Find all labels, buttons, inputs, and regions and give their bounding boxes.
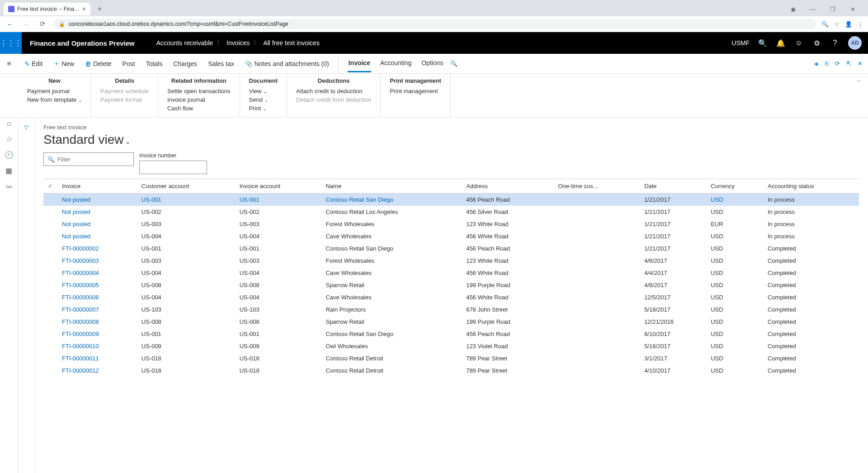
cell-name[interactable]: Cave Wholesales (321, 230, 462, 242)
cell-invoice[interactable]: FTI-00000011 (57, 352, 137, 364)
cell-customer-account[interactable]: US-002 (137, 206, 235, 218)
edit-button[interactable]: ✎Edit (20, 57, 47, 70)
invoice-journal-link[interactable]: Invoice journal (167, 95, 230, 104)
col-invoice[interactable]: Invoice (57, 179, 137, 194)
cash-flow-link[interactable]: Cash flow (167, 104, 230, 113)
cell-invoice[interactable]: Not posted (57, 218, 137, 230)
cell-name[interactable]: Owl Wholesales (321, 340, 462, 352)
row-selector[interactable] (43, 316, 57, 328)
cell-currency[interactable]: USD (706, 279, 763, 291)
cell-customer-account[interactable]: US-009 (137, 340, 235, 352)
favorites-icon[interactable]: ☆ (6, 135, 12, 143)
row-selector[interactable] (43, 218, 57, 230)
cell-invoice[interactable]: FTI-00000004 (57, 267, 137, 279)
row-selector[interactable] (43, 230, 57, 242)
print-mgmt-link[interactable]: Print management (390, 87, 441, 95)
table-row[interactable]: Not postedUS-002US-002Contoso Retail Los… (43, 206, 859, 218)
col-onetime[interactable]: One-time cus… (553, 179, 640, 194)
hamburger-icon[interactable]: ≡ (7, 60, 11, 68)
modules-icon[interactable]: ≔ (5, 182, 13, 191)
cell-invoice[interactable]: FTI-00000009 (57, 328, 137, 340)
table-row[interactable]: FTI-00000004US-004US-004Cave Wholesales4… (43, 267, 859, 279)
cell-invoice-account[interactable]: US-003 (235, 218, 321, 230)
close-pane-icon[interactable]: ✕ (858, 60, 863, 67)
charges-button[interactable]: Charges (169, 57, 202, 70)
table-row[interactable]: FTI-00000011US-018US-018Contoso Retail D… (43, 352, 859, 364)
row-selector[interactable] (43, 352, 57, 364)
payment-journal-link[interactable]: Payment journal (27, 87, 82, 95)
help-icon[interactable]: ? (830, 39, 840, 47)
cell-invoice-account[interactable]: US-001 (235, 194, 321, 206)
cell-invoice[interactable]: Not posted (57, 194, 137, 206)
cell-currency[interactable]: USD (706, 303, 763, 316)
cell-name[interactable]: Contoso Retail San Diego (321, 328, 462, 340)
col-name[interactable]: Name (321, 179, 462, 194)
cell-currency[interactable]: USD (706, 328, 763, 340)
cell-customer-account[interactable]: US-001 (137, 328, 235, 340)
cell-customer-account[interactable]: US-018 (137, 364, 235, 377)
cell-invoice[interactable]: FTI-00000010 (57, 340, 137, 352)
recent-icon[interactable]: 🕘 (5, 151, 14, 159)
cell-name[interactable]: Contoso Retail Detroit (321, 352, 462, 364)
table-row[interactable]: FTI-00000005US-008US-008Sparrow Retail19… (43, 279, 859, 291)
circle-icon[interactable]: ◉ (787, 6, 799, 13)
cell-name[interactable]: Rain Projectors (321, 303, 462, 316)
kebab-icon[interactable]: ⋮ (858, 21, 863, 28)
cell-invoice-account[interactable]: US-018 (235, 352, 321, 364)
avatar[interactable]: AD (848, 36, 862, 50)
table-row[interactable]: FTI-00000009US-001US-001Contoso Retail S… (43, 328, 859, 340)
cell-invoice-account[interactable]: US-004 (235, 230, 321, 242)
col-customer-account[interactable]: Customer account (137, 179, 235, 194)
cell-invoice-account[interactable]: US-008 (235, 279, 321, 291)
cell-name[interactable]: Forest Wholesales (321, 255, 462, 267)
cell-name[interactable]: Contoso Retail Detroit (321, 364, 462, 377)
cell-customer-account[interactable]: US-003 (137, 255, 235, 267)
cell-invoice-account[interactable]: US-004 (235, 267, 321, 279)
cell-invoice[interactable]: FTI-00000012 (57, 364, 137, 377)
attach-credit-link[interactable]: Attach credit to deduction (296, 87, 371, 95)
delete-button[interactable]: 🗑Delete (80, 57, 116, 70)
cell-invoice[interactable]: FTI-00000007 (57, 303, 137, 316)
company-label[interactable]: USMF (731, 39, 750, 47)
crumb-2[interactable]: Invoices (226, 39, 250, 47)
new-button[interactable]: ＋New (49, 57, 79, 71)
send-link[interactable]: Send⌄ (249, 95, 278, 104)
cell-invoice-account[interactable]: US-001 (235, 328, 321, 340)
cell-invoice-account[interactable]: US-009 (235, 340, 321, 352)
salestax-button[interactable]: Sales tax (203, 57, 239, 70)
cell-customer-account[interactable]: US-008 (137, 279, 235, 291)
popout-icon[interactable]: ⇱ (846, 60, 851, 67)
search-icon[interactable]: 🔍 (758, 39, 768, 47)
row-selector[interactable] (43, 255, 57, 267)
office-icon[interactable]: ⎘ (825, 60, 829, 67)
row-selector[interactable] (43, 340, 57, 352)
cell-currency[interactable]: USD (706, 316, 763, 328)
row-selector[interactable] (43, 291, 57, 303)
cell-currency[interactable]: USD (706, 242, 763, 255)
tab-invoice[interactable]: Invoice (348, 55, 371, 72)
cell-invoice[interactable]: FTI-00000002 (57, 242, 137, 255)
totals-button[interactable]: Totals (142, 57, 167, 70)
row-selector[interactable] (43, 194, 57, 206)
cell-invoice-account[interactable]: US-004 (235, 291, 321, 303)
forward-icon[interactable]: → (21, 20, 32, 28)
cell-name[interactable]: Forest Wholesales (321, 218, 462, 230)
cell-name[interactable]: Contoso Retail San Diego (321, 242, 462, 255)
post-button[interactable]: Post (118, 57, 140, 70)
minimize-icon[interactable]: — (807, 6, 819, 13)
crumb-1[interactable]: Accounts receivable (156, 39, 213, 47)
row-selector[interactable] (43, 364, 57, 377)
col-date[interactable]: Date (640, 179, 706, 194)
table-row[interactable]: FTI-00000012US-018US-018Contoso Retail D… (43, 364, 859, 377)
zoom-icon[interactable]: 🔍 (821, 21, 829, 28)
action-search-icon[interactable]: 🔍 (450, 60, 458, 67)
cell-currency[interactable]: USD (706, 291, 763, 303)
row-selector[interactable] (43, 328, 57, 340)
cell-customer-account[interactable]: US-004 (137, 291, 235, 303)
invoice-number-input[interactable] (140, 161, 207, 174)
cell-customer-account[interactable]: US-001 (137, 242, 235, 255)
row-selector[interactable] (43, 267, 57, 279)
funnel-icon[interactable]: ▽ (24, 124, 28, 473)
table-row[interactable]: Not postedUS-004US-004Cave Wholesales456… (43, 230, 859, 242)
crumb-3[interactable]: All free text invoices (263, 39, 320, 47)
